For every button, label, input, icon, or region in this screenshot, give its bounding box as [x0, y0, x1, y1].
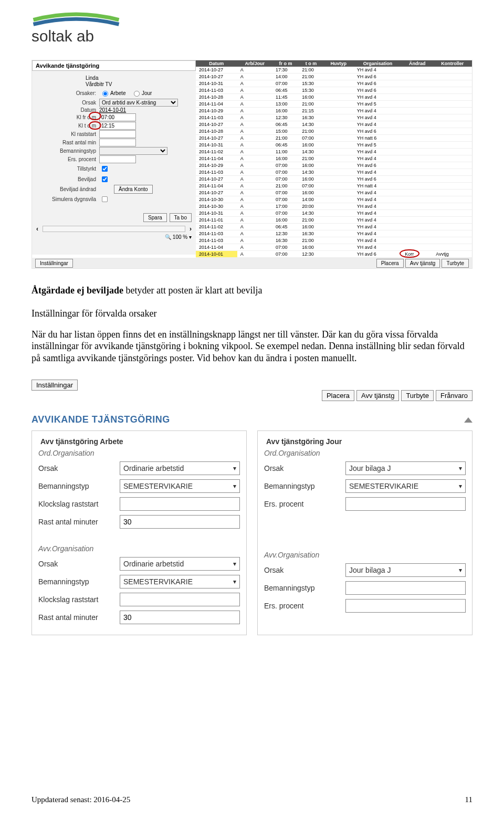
- beman-a2-select[interactable]: SEMESTERVIKARIE▾: [120, 575, 240, 588]
- panel-title: Avvikande tjänstgöring: [32, 60, 196, 71]
- table-row[interactable]: 2014-11-04A07:0016:00YH avd 4: [196, 244, 472, 251]
- beman-j2-select[interactable]: SEMESTERVIKARIE▾: [345, 581, 466, 595]
- rastantal-label: Rast antal min: [36, 140, 99, 145]
- avvtjanstg-btn[interactable]: Avv tjänstg: [356, 390, 399, 401]
- table-row[interactable]: 2014-10-31A06:4516:00YH avd 5: [196, 142, 472, 149]
- table-row[interactable]: 2014-10-31A07:0014:30YH avd 4: [196, 210, 472, 217]
- beman-j2-label: Bemanningstyp: [264, 584, 345, 592]
- ordorg-j: Ord.Organisation: [264, 449, 466, 457]
- orsak-label: Orsak: [36, 100, 99, 106]
- footer-updated: Uppdaterad senast: 2016-04-25: [32, 795, 130, 804]
- table-row[interactable]: 2014-11-02A11:0014:30YH avd 4: [196, 149, 472, 155]
- table-row[interactable]: 2014-11-03A16:3021:00YH avd 4: [196, 237, 472, 244]
- turbyte-btn[interactable]: Turbyte: [401, 390, 434, 401]
- beman-j-label: Bemanningstyp: [264, 482, 345, 490]
- rast-a2-input[interactable]: [120, 611, 240, 624]
- table-row[interactable]: 2014-10-28A15:0021:00YH avd 6: [196, 128, 472, 135]
- table-row[interactable]: 2014-10-27A07:0016:00YH avd 6: [196, 176, 472, 183]
- table-row[interactable]: 2014-11-02A06:4516:00YH avd 4: [196, 224, 472, 230]
- orsak-radio-jour[interactable]: [134, 91, 140, 97]
- orsak-a-label: Orsak: [38, 464, 120, 472]
- ers-j2-input[interactable]: [345, 599, 466, 613]
- tillstyrkt-checkbox[interactable]: [102, 166, 108, 172]
- orsak-radio-arbete[interactable]: [102, 91, 108, 97]
- tabort-btn[interactable]: Ta bo: [170, 213, 192, 222]
- spara-btn[interactable]: Spara: [143, 213, 167, 222]
- rastantal-input[interactable]: [99, 139, 136, 146]
- ers-j-label: Ers. procent: [264, 500, 345, 508]
- placera-btn[interactable]: Placera: [322, 390, 354, 401]
- scroll-left-icon[interactable]: ‹: [36, 225, 38, 233]
- chevron-down-icon: ▾: [459, 584, 462, 592]
- table-row[interactable]: 2014-11-03A12:3016:30YH avd 4: [196, 230, 472, 237]
- table-row[interactable]: 2014-10-27A21:0007:00YH natt 6: [196, 135, 472, 142]
- table-row[interactable]: 2014-11-04A13:0021:00YH avd 5: [196, 101, 472, 108]
- table-row[interactable]: 2014-11-01A16:0021:00YH avd 4: [196, 217, 472, 224]
- table-row[interactable]: 2014-11-04A16:0021:00YH avd 4: [196, 155, 472, 162]
- section-heading: Inställningar för förvalda orsaker: [32, 308, 472, 319]
- table-row[interactable]: 2014-10-31A07:0015:30YH avd 6: [196, 80, 472, 87]
- svg-text:soltak ab: soltak ab: [32, 27, 94, 45]
- collapse-icon[interactable]: [464, 417, 472, 423]
- orsak-a2-label: Orsak: [38, 560, 120, 568]
- orsak-j-select[interactable]: Jour bilaga J▾: [345, 461, 466, 475]
- rast-a-label: Rast antal minuter: [38, 518, 120, 526]
- table-row[interactable]: 2014-11-03A06:4515:30YH avd 6: [196, 87, 472, 94]
- beman-j-select[interactable]: SEMESTERVIKARIE▾: [345, 479, 466, 493]
- instal-bottom-btn[interactable]: Inställningar: [35, 259, 73, 268]
- orsak-a-select[interactable]: Ordinarie arbetstid▾: [120, 461, 240, 475]
- page-number: 11: [465, 795, 472, 804]
- simulera-checkbox[interactable]: [102, 196, 108, 202]
- table-row[interactable]: 2014-10-27A14:0021:00YH avd 6: [196, 73, 472, 80]
- table-row-summary: 2014-10-01A07:0012:30YH avd 6KorrAvvtjg: [196, 251, 472, 258]
- table-row[interactable]: 2014-11-03A07:0014:30YH avd 4: [196, 169, 472, 176]
- orsaker-label: Orsaker:: [36, 90, 99, 96]
- rast-a2-label: Rast antal minuter: [38, 613, 120, 622]
- table-row[interactable]: 2014-10-29A16:0021:15YH avd 4: [196, 108, 472, 114]
- kltom-input[interactable]: [99, 122, 136, 130]
- avvtjanstg-btn[interactable]: Avv tjänstg: [405, 259, 440, 268]
- klraststart-input[interactable]: [99, 130, 136, 138]
- simulera-label: Simulera dygnsvila: [36, 196, 99, 202]
- ordorg-a: Ord.Organisation: [38, 449, 240, 457]
- ers-j-input[interactable]: [345, 497, 466, 511]
- franvaro-btn[interactable]: Frånvaro: [436, 390, 472, 401]
- table-row[interactable]: 2014-10-27A17:3021:00YH avd 4: [196, 67, 472, 73]
- table-row[interactable]: 2014-11-04A21:0007:00YH natt 4: [196, 183, 472, 190]
- legend-jour: Avv tjänstgöring Jour: [264, 437, 344, 446]
- scroll-right-icon[interactable]: ›: [190, 225, 192, 233]
- table-row[interactable]: 2014-10-29A07:0016:00YH avd 6: [196, 162, 472, 169]
- orsak-select[interactable]: Ord arbtid avv K-sträng: [99, 99, 178, 107]
- table-row[interactable]: 2014-11-03A12:3016:30YH avd 4: [196, 114, 472, 121]
- avvorg-j: Avv.Organisation: [264, 551, 466, 559]
- instal-btn[interactable]: Inställningar: [32, 380, 78, 391]
- table-row[interactable]: 2014-10-27A06:4514:30YH avd 4: [196, 121, 472, 128]
- scrollbar[interactable]: [43, 226, 185, 232]
- th-huvtyp: Huvtyp: [323, 60, 354, 67]
- table-row[interactable]: 2014-10-30A17:0020:00YH avd 4: [196, 203, 472, 210]
- table-row[interactable]: 2014-10-28A11:4516:00YH avd 4: [196, 94, 472, 101]
- body-paragraph-2: När du har listan öppen finns det en ins…: [32, 329, 472, 364]
- ersprocent-input[interactable]: [99, 155, 136, 163]
- beman-a-select[interactable]: SEMESTERVIKARIE▾: [120, 479, 240, 493]
- placera-btn[interactable]: Placera: [376, 259, 404, 268]
- th-org: Organisation: [354, 60, 402, 67]
- beviljadandrad-label: Beviljad ändrad: [36, 186, 99, 192]
- rast-a-input[interactable]: [120, 515, 240, 529]
- annotation-ellipse: [89, 112, 101, 120]
- beviljad-checkbox[interactable]: [102, 176, 108, 182]
- orsak-j2-select[interactable]: Jour bilaga J▾: [345, 563, 466, 577]
- screenshot-2: Inställningar Placera Avv tjänstg Turbyt…: [32, 376, 472, 635]
- table-row[interactable]: 2014-10-30A07:0014:00YH avd 4: [196, 196, 472, 203]
- th-andrad: Ändrad: [402, 60, 433, 67]
- klock-a2-input[interactable]: [120, 593, 240, 606]
- orsak-a2-select[interactable]: Ordinarie arbetstid▾: [120, 557, 240, 571]
- klfrom-input[interactable]: [99, 113, 136, 121]
- andra-konto-btn[interactable]: Ändra Konto: [114, 185, 153, 194]
- beman-select[interactable]: [99, 147, 167, 155]
- klock-a-input[interactable]: [120, 497, 240, 511]
- subtitle-value: Vårdbitr TV: [86, 81, 112, 87]
- tillstyrkt-label: Tillstyrkt: [36, 166, 99, 172]
- turbyte-btn[interactable]: Turbyte: [442, 259, 469, 268]
- table-row[interactable]: 2014-10-27A07:0016:00YH avd 4: [196, 190, 472, 196]
